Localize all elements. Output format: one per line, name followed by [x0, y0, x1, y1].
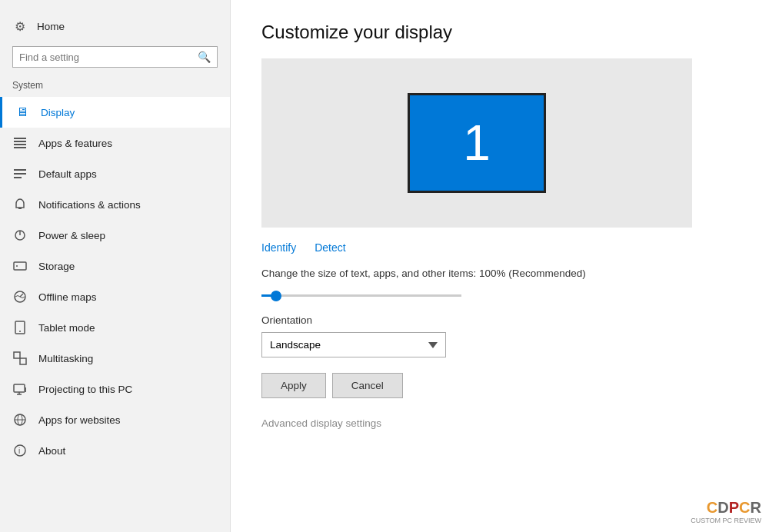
sidebar-item-storage-label: Storage [38, 261, 75, 272]
multitasking-icon [12, 351, 28, 366]
advanced-display-settings-link[interactable]: Advanced display settings [261, 417, 381, 429]
sidebar-item-about-label: About [38, 445, 65, 457]
home-icon: ⚙ [12, 18, 28, 34]
svg-rect-17 [14, 384, 25, 392]
watermark-cr: C [739, 499, 750, 517]
system-section-label: System [0, 77, 230, 97]
watermark-sub: CUSTOM PC REVIEW [691, 517, 761, 524]
power-sleep-icon [12, 228, 28, 243]
sidebar-item-apps-websites[interactable]: Apps for websites [0, 404, 230, 435]
svg-rect-6 [14, 177, 22, 178]
sidebar-item-about[interactable]: i About [0, 435, 230, 466]
watermark-r: R [751, 499, 761, 517]
sidebar-item-offline-maps[interactable]: Offline maps [0, 281, 230, 312]
sidebar-item-apps-features[interactable]: Apps & features [0, 128, 230, 158]
watermark: C D P C R CUSTOM PC REVIEW [691, 499, 761, 524]
sidebar-item-default-apps[interactable]: Default apps [0, 158, 230, 189]
orientation-select[interactable]: Landscape Portrait Landscape (flipped) P… [261, 332, 446, 357]
offline-maps-icon [12, 289, 28, 304]
orientation-label: Orientation [261, 314, 738, 326]
svg-rect-1 [14, 141, 26, 142]
links-row: Identify Detect [261, 241, 738, 254]
monitor-box: 1 [408, 93, 546, 193]
page-title: Customize your display [261, 22, 738, 43]
svg-rect-15 [14, 352, 20, 358]
svg-text:i: i [18, 447, 20, 455]
projecting-icon [12, 381, 28, 397]
detect-button[interactable]: Detect [315, 241, 345, 254]
sidebar: ⚙ Home 🔍 System 🖥 Display Apps & feature… [0, 0, 231, 532]
btn-row: Apply Cancel [261, 373, 738, 398]
svg-rect-2 [14, 144, 26, 145]
main-content: Customize your display 1 Identify Detect… [231, 0, 769, 532]
identify-button[interactable]: Identify [261, 241, 296, 254]
svg-rect-3 [14, 147, 26, 148]
sidebar-item-tablet-mode-label: Tablet mode [38, 322, 95, 334]
watermark-p: P [729, 499, 739, 517]
sidebar-item-power-sleep[interactable]: Power & sleep [0, 220, 230, 251]
tablet-mode-icon [12, 320, 28, 335]
apply-button[interactable]: Apply [261, 373, 326, 398]
svg-rect-4 [14, 169, 26, 171]
default-apps-icon [12, 166, 28, 181]
sidebar-item-multitasking[interactable]: Multitasking [0, 343, 230, 374]
sidebar-item-notifications[interactable]: Notifications & actions [0, 189, 230, 220]
scale-label: Change the size of text, apps, and other… [261, 268, 738, 279]
sidebar-item-default-apps-label: Default apps [38, 168, 97, 180]
home-label: Home [37, 21, 65, 32]
monitor-number: 1 [463, 115, 491, 171]
about-icon: i [12, 443, 28, 458]
sidebar-item-storage[interactable]: Storage [0, 251, 230, 281]
display-icon: 🖥 [15, 105, 30, 120]
svg-point-14 [19, 331, 21, 332]
sidebar-item-apps-websites-label: Apps for websites [38, 414, 121, 426]
watermark-c: C [707, 499, 717, 517]
svg-rect-0 [14, 138, 26, 139]
svg-rect-5 [14, 173, 26, 175]
svg-rect-20 [25, 387, 26, 392]
apps-websites-icon [12, 412, 28, 427]
scale-slider-container [261, 287, 461, 299]
svg-rect-10 [14, 262, 26, 270]
sidebar-item-multitasking-label: Multitasking [38, 353, 93, 364]
sidebar-item-display-label: Display [41, 107, 75, 118]
notifications-icon [12, 197, 28, 212]
svg-rect-7 [18, 208, 22, 209]
search-box: 🔍 [12, 46, 218, 68]
display-preview: 1 [261, 58, 692, 228]
svg-rect-16 [20, 358, 26, 364]
sidebar-item-projecting-label: Projecting to this PC [38, 384, 132, 395]
search-input[interactable] [19, 52, 198, 63]
cancel-button[interactable]: Cancel [332, 373, 403, 398]
sidebar-item-tablet-mode[interactable]: Tablet mode [0, 312, 230, 343]
sidebar-home[interactable]: ⚙ Home [0, 12, 230, 43]
sidebar-item-apps-features-label: Apps & features [38, 138, 112, 149]
apps-features-icon [12, 135, 28, 151]
watermark-d: D [717, 499, 728, 517]
sidebar-item-display[interactable]: 🖥 Display [0, 97, 230, 128]
sidebar-item-projecting[interactable]: Projecting to this PC [0, 374, 230, 404]
scale-slider[interactable] [261, 294, 461, 297]
sidebar-item-notifications-label: Notifications & actions [38, 199, 141, 211]
sidebar-item-power-sleep-label: Power & sleep [38, 230, 105, 241]
storage-icon [12, 258, 28, 274]
search-icon: 🔍 [198, 51, 211, 63]
sidebar-item-offline-maps-label: Offline maps [38, 291, 97, 303]
